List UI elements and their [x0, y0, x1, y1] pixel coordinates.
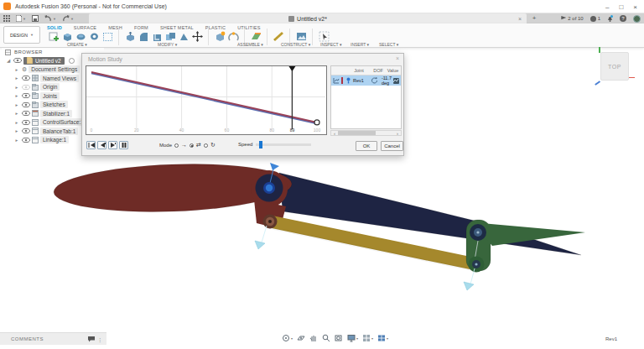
viewcube-top-face[interactable]: TOP	[608, 64, 621, 70]
go-to-start-button[interactable]	[86, 141, 96, 149]
bell-icon[interactable]	[607, 15, 613, 22]
play-backward-button[interactable]	[97, 141, 106, 149]
shell-icon[interactable]	[152, 31, 163, 42]
notification-center[interactable]: 1	[590, 16, 600, 22]
expand-icon[interactable]: ◢	[5, 58, 12, 63]
insert-canvas-icon[interactable]	[296, 31, 307, 42]
group-construct[interactable]: CONSTRUCT ▾	[281, 42, 310, 47]
edit-motion-button[interactable]	[393, 78, 399, 84]
eye-icon[interactable]	[22, 102, 30, 107]
mode-play-once-radio[interactable]	[174, 143, 179, 148]
group-assemble[interactable]: ASSEMBLE ▾	[237, 42, 263, 47]
expand-icon[interactable]: ▸	[13, 102, 20, 107]
scroll-thumb[interactable]	[338, 131, 376, 135]
comment-bubble-icon[interactable]	[88, 336, 95, 342]
joint-icon[interactable]	[228, 31, 239, 42]
comments-panel[interactable]: COMMENTS ⋮	[0, 332, 106, 345]
new-tab-button[interactable]: +	[530, 14, 538, 23]
joint-flag-blue[interactable]	[270, 163, 279, 170]
motion-chart-plot[interactable]: 02040608010089	[86, 66, 325, 133]
save-icon[interactable]	[32, 15, 39, 22]
eye-icon[interactable]	[22, 76, 30, 81]
eye-icon[interactable]	[22, 128, 30, 133]
new-component-icon[interactable]	[215, 31, 226, 42]
construct-plane-icon[interactable]	[251, 31, 262, 42]
expand-icon[interactable]: ▸	[13, 67, 20, 72]
avatar[interactable]	[633, 15, 641, 23]
joint-value[interactable]: -11.7 deg	[382, 76, 393, 86]
browser-collapse-icon[interactable]: —	[5, 49, 11, 55]
pause-button[interactable]	[119, 141, 128, 149]
joint-origin-flag[interactable]	[255, 241, 265, 249]
redo-icon[interactable]: ▼	[62, 15, 74, 22]
expand-icon[interactable]: ▸	[13, 138, 20, 143]
eye-icon[interactable]	[22, 138, 30, 143]
create-sketch-icon[interactable]	[49, 31, 60, 42]
control-surface-part[interactable]	[279, 173, 581, 255]
extrude-icon[interactable]	[62, 31, 73, 42]
offset-face-icon[interactable]	[179, 31, 190, 42]
play-forward-button[interactable]	[108, 141, 117, 149]
eye-icon[interactable]	[13, 58, 22, 63]
combine-icon[interactable]	[165, 31, 176, 42]
scroll-left-icon[interactable]: ‹	[331, 131, 338, 136]
press-pull-icon[interactable]	[125, 31, 136, 42]
cancel-button[interactable]: Cancel	[381, 141, 403, 151]
display-settings-icon[interactable]: ▾	[347, 334, 358, 342]
workspace-selector[interactable]: DESIGN▼	[3, 26, 40, 44]
plot-toggle-icon[interactable]	[333, 77, 340, 84]
speed-slider-handle[interactable]	[259, 141, 262, 148]
pan-icon[interactable]	[309, 334, 318, 342]
group-modify[interactable]: MODIFY ▾	[158, 42, 177, 47]
job-status[interactable]: 2 of 10	[561, 16, 583, 21]
joint-table-row[interactable]: Rev1 -11.7 deg	[331, 76, 401, 86]
revolve-icon[interactable]	[75, 31, 86, 42]
scroll-right-icon[interactable]: ›	[394, 131, 401, 136]
move-icon[interactable]	[192, 31, 203, 42]
eye-icon-hidden[interactable]	[22, 85, 30, 90]
file-menu-icon[interactable]: ▼	[16, 15, 26, 22]
mode-loop-radio[interactable]	[204, 143, 208, 148]
expand-icon[interactable]: ▸	[13, 111, 20, 116]
expand-icon[interactable]: ▸	[13, 128, 20, 133]
minimize-button[interactable]: –	[605, 3, 609, 11]
fit-icon[interactable]	[335, 334, 343, 342]
zoom-icon[interactable]	[322, 334, 330, 342]
eye-icon[interactable]	[22, 111, 30, 116]
expand-icon[interactable]: ▸	[13, 93, 20, 98]
help-button[interactable]: ?	[620, 15, 626, 22]
activate-component-radio[interactable]	[69, 58, 75, 64]
expand-icon[interactable]: ▸	[13, 76, 20, 81]
viewports-icon[interactable]: ▾	[377, 334, 388, 342]
viewcube[interactable]: TOP	[600, 52, 629, 81]
sweep-icon[interactable]	[89, 31, 100, 42]
horn-joint-center[interactable]	[268, 220, 272, 223]
dof-rotate-icon[interactable]	[371, 77, 378, 84]
speed-slider[interactable]	[256, 143, 311, 146]
orbit-icon[interactable]: ▾	[282, 334, 293, 342]
expand-icon[interactable]: ▸	[13, 85, 20, 90]
fillet-icon[interactable]	[138, 31, 149, 42]
motion-chart[interactable]: 02040608010089	[86, 65, 327, 135]
group-create[interactable]: CREATE ▾	[67, 42, 87, 47]
group-insert[interactable]: INSERT ▾	[351, 42, 369, 47]
eye-icon[interactable]	[22, 120, 30, 125]
table-hscrollbar[interactable]: ‹ ›	[330, 130, 402, 136]
link-joint-center[interactable]	[475, 263, 477, 265]
maximize-button[interactable]: □	[619, 3, 623, 11]
expand-icon[interactable]: ▸	[13, 120, 20, 125]
app-grid-icon[interactable]	[3, 15, 10, 22]
more-options-icon[interactable]: ⋮	[97, 336, 102, 342]
eye-icon[interactable]	[22, 93, 30, 98]
dialog-close-icon[interactable]: ×	[396, 55, 399, 61]
measure-icon[interactable]	[273, 31, 284, 42]
select-icon[interactable]	[319, 31, 330, 42]
ok-button[interactable]: OK	[356, 141, 377, 151]
pattern-icon[interactable]	[103, 33, 112, 41]
mode-round-trip-radio[interactable]	[190, 143, 194, 148]
tab-joint-center[interactable]	[476, 231, 479, 233]
group-select[interactable]: SELECT ▾	[379, 42, 398, 47]
joint-origin-flag2[interactable]	[464, 282, 474, 290]
revolute-joint-marker[interactable]	[266, 185, 273, 191]
group-inspect[interactable]: INSPECT ▾	[320, 42, 342, 47]
